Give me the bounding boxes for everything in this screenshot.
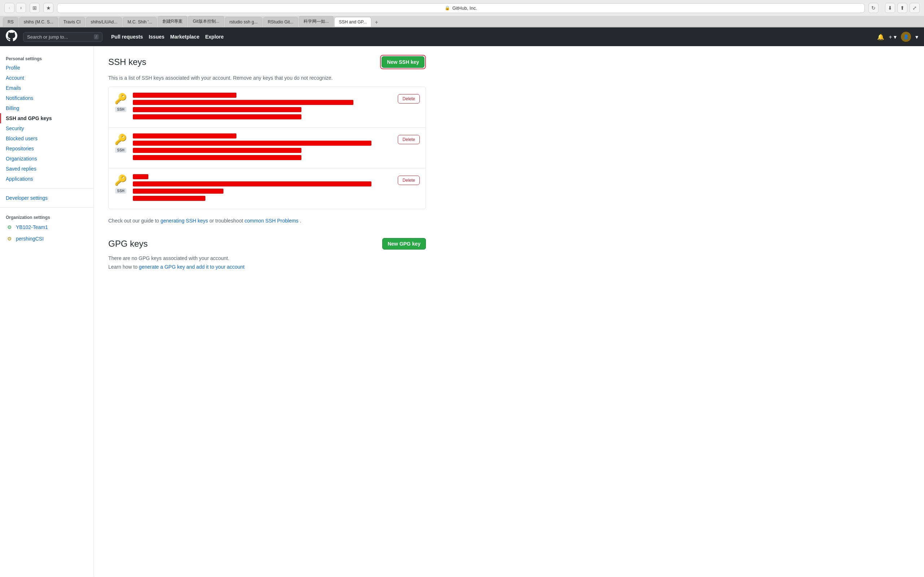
sidebar-org-yb102[interactable]: ⚙ YB102-Team1 [0, 221, 94, 233]
key-redacted-3-2 [133, 181, 372, 187]
sidebar-item-emails[interactable]: Emails [0, 83, 94, 93]
delete-key-2-button[interactable]: Delete [398, 135, 420, 144]
new-ssh-btn-wrapper: New SSH key [380, 55, 426, 69]
sidebar-item-account[interactable]: Account [0, 73, 94, 83]
main-content: SSH keys New SSH key This is a list of S… [94, 46, 440, 576]
sidebar-org-pershing[interactable]: ⚙ pershingCSI [0, 233, 94, 245]
ssh-badge-2: SSH [115, 148, 126, 153]
new-tab-button[interactable]: + [372, 18, 381, 27]
tab-git[interactable]: Git版本控制... [188, 16, 224, 27]
new-item-button[interactable]: + ▾ [888, 34, 897, 40]
generating-ssh-keys-link[interactable]: generating SSH keys [161, 218, 208, 224]
footer-mid-text: or troubleshoot [209, 218, 244, 224]
nav-marketplace[interactable]: Marketplace [170, 34, 200, 40]
ssh-badge-1: SSH [115, 107, 126, 112]
address-text: GitHub, Inc. [452, 5, 477, 11]
page-layout: Personal settings Profile Account Emails… [0, 46, 924, 576]
org-settings-title: Organization settings [0, 212, 94, 221]
key-redacted-2-4 [133, 155, 301, 160]
nav-explore[interactable]: Explore [205, 34, 223, 40]
search-bar[interactable]: Search or jump to... / [23, 32, 102, 42]
fullscreen-button[interactable]: ⤢ [909, 3, 920, 13]
share-button[interactable]: ⬆ [897, 3, 908, 13]
sidebar-item-security[interactable]: Security [0, 123, 94, 134]
key-redacted-2-3 [133, 148, 301, 153]
tab-shihs-liu[interactable]: shihs/LiUAd... [86, 17, 122, 27]
tab-bar: RS shihs (M.C. S... Travis CI shihs/LiUA… [0, 16, 924, 27]
sidebar-item-blocked-users[interactable]: Blocked users [0, 134, 94, 143]
new-gpg-button[interactable]: New GPG key [382, 238, 426, 250]
refresh-button[interactable]: ↻ [868, 3, 879, 13]
org-label-pershing: pershingCSI [16, 236, 44, 242]
key-redacted-3-3 [133, 189, 223, 193]
github-nav: Search or jump to... / Pull requests Iss… [0, 27, 924, 46]
ssh-section-header: SSH keys New SSH key [108, 55, 426, 69]
key-redacted-1-4 [133, 114, 301, 119]
sidebar-item-developer-settings[interactable]: Developer settings [0, 193, 94, 203]
key-redacted-2-1 [133, 134, 236, 139]
sidebar-item-profile[interactable]: Profile [0, 63, 94, 73]
ssh-key-list: 🔑 SSH Delete 🔑 SSH [108, 87, 426, 209]
sidebar-item-organizations[interactable]: Organizations [0, 154, 94, 164]
key-details-2 [133, 134, 392, 162]
new-ssh-button[interactable]: New SSH key [381, 56, 425, 68]
tab-rstudio-ssh[interactable]: rstudio ssh g... [225, 17, 262, 27]
key-redacted-1-1 [133, 93, 236, 98]
org-icon-yb102: ⚙ [6, 224, 13, 231]
gpg-learn-pre: Learn how to [108, 264, 139, 270]
key-icon-3: 🔑 [115, 174, 127, 186]
key-actions-1: Delete [398, 93, 420, 103]
sidebar-item-applications[interactable]: Applications [0, 174, 94, 184]
key-redacted-1-2 [133, 100, 353, 105]
delete-key-1-button[interactable]: Delete [398, 94, 420, 103]
avatar[interactable]: 👤 [901, 32, 911, 42]
key-details-3 [133, 174, 392, 203]
common-ssh-problems-link[interactable]: common SSH Problems [244, 218, 298, 224]
tab-rstudio-git[interactable]: RStudio Git... [263, 17, 298, 27]
back-button[interactable]: ‹ [4, 3, 15, 13]
gpg-learn-text: Learn how to generate a GPG key and add … [108, 264, 426, 270]
ssh-description: This is a list of SSH keys associated wi… [108, 75, 426, 81]
bookmark-button[interactable]: ★ [43, 3, 53, 13]
key-icon-container-1: 🔑 SSH [115, 93, 127, 112]
key-icon-container-2: 🔑 SSH [115, 134, 127, 153]
sidebar-item-saved-replies[interactable]: Saved replies [0, 164, 94, 174]
nav-right: 🔔 + ▾ 👤 ▾ [877, 32, 918, 42]
key-actions-3: Delete [398, 174, 420, 185]
sidebar: Personal settings Profile Account Emails… [0, 46, 94, 576]
tab-overview-button[interactable]: ⊞ [30, 3, 40, 13]
lock-icon: 🔒 [445, 5, 450, 10]
tab-create-r[interactable]: 創建R專案 [158, 16, 188, 27]
gpg-section-header: GPG keys New GPG key [108, 238, 426, 250]
key-actions-2: Delete [398, 134, 420, 144]
key-icon-1: 🔑 [115, 93, 127, 105]
tab-mc[interactable]: M.C. Shih '... [123, 17, 157, 27]
key-redacted-1-3 [133, 107, 301, 112]
download-button[interactable]: ⬇ [885, 3, 895, 13]
nav-issues[interactable]: Issues [149, 34, 165, 40]
key-redacted-2-2 [133, 141, 372, 146]
nav-pull-requests[interactable]: Pull requests [111, 34, 143, 40]
sidebar-item-billing[interactable]: Billing [0, 103, 94, 113]
address-bar[interactable]: 🔒 GitHub, Inc. [57, 3, 865, 13]
forward-button[interactable]: › [16, 3, 26, 13]
github-logo[interactable] [6, 30, 17, 44]
tab-travis[interactable]: Travis CI [59, 17, 86, 27]
sidebar-item-notifications[interactable]: Notifications [0, 93, 94, 103]
tab-sciencenet[interactable]: 科学网—如... [299, 16, 333, 27]
footer-hint-text: Check out our guide to [108, 218, 161, 224]
delete-key-3-button[interactable]: Delete [398, 176, 420, 185]
user-menu-button[interactable]: ▾ [915, 34, 918, 40]
tab-ssh-gpg[interactable]: SSH and GP... [334, 17, 372, 27]
ssh-badge-3: SSH [115, 188, 126, 193]
tab-shihs[interactable]: shihs (M.C. S... [19, 17, 58, 27]
gpg-learn-link[interactable]: generate a GPG key and add it to your ac… [139, 264, 245, 270]
notifications-button[interactable]: 🔔 [877, 34, 884, 40]
ssh-footer-hint: Check out our guide to generating SSH ke… [108, 218, 426, 224]
org-label-yb102: YB102-Team1 [16, 224, 48, 230]
tab-rs[interactable]: RS [3, 17, 18, 27]
key-icon-container-3: 🔑 SSH [115, 174, 127, 193]
sidebar-item-ssh-gpg[interactable]: SSH and GPG keys [0, 113, 94, 123]
search-placeholder: Search or jump to... [27, 34, 68, 40]
sidebar-item-repositories[interactable]: Repositories [0, 143, 94, 154]
